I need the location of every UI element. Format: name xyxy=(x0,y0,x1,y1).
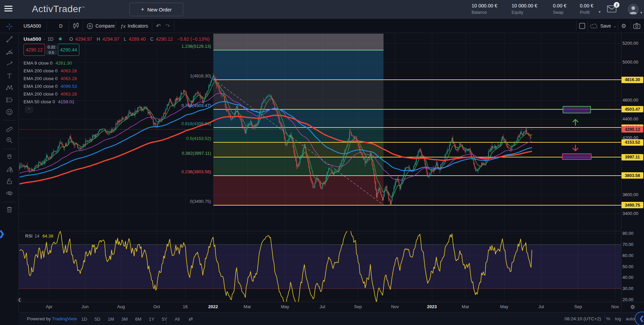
rsi-value: 64.38 xyxy=(42,233,53,239)
legend-interval: 1D xyxy=(47,36,53,42)
indicator-label: EMA 50 close 0 xyxy=(24,99,55,104)
spread-bottom-value: 0.5 xyxy=(46,50,57,55)
chart-footer: Powered by TradingView 1D5D1M3M6M1Y5YAll… xyxy=(19,312,644,325)
indicator-label: EMA 200 close 0 xyxy=(24,92,57,97)
time-axis-label: Jun xyxy=(75,304,95,309)
price-axis-label: 3400.00 xyxy=(622,211,643,216)
rsi-axis-label: 30.00 xyxy=(622,286,643,291)
collapse-indicators-button[interactable]: ⌃ xyxy=(25,107,33,113)
time-axis-border xyxy=(19,302,644,302)
ohlc-low-value: 4289.40 xyxy=(129,36,146,42)
buy-ask-button[interactable]: 4290.44 xyxy=(58,44,79,56)
spread-indicator: 0.32 0.5 xyxy=(46,45,57,55)
time-axis-label: 16 xyxy=(175,304,195,309)
rsi-axis-label: 80.00 xyxy=(622,231,643,236)
indicator-row[interactable]: EMA 200 close 04063.28 xyxy=(24,90,77,98)
scale-options: % log auto xyxy=(606,316,635,321)
chart-legend: Usa500 · 1D O4294.97 H4294.97 L4289.40 C… xyxy=(24,36,210,42)
spread-top-value: 0.32 xyxy=(46,45,57,49)
indicator-value: 4099.53 xyxy=(61,84,77,89)
rsi-period: 14 xyxy=(35,233,39,239)
legend-symbol[interactable]: Usa500 xyxy=(24,36,41,42)
price-alert-badge[interactable]: 4816.30 xyxy=(621,77,643,83)
clock-timezone[interactable]: 08:24:10 (UTC+2) xyxy=(565,316,601,321)
range-button-1y[interactable]: 1Y xyxy=(147,316,157,323)
percent-scale-button[interactable]: % xyxy=(606,316,610,321)
widget-panel-toggle-button[interactable]: ❮ xyxy=(635,312,644,325)
indicator-value: 4063.28 xyxy=(61,92,77,97)
market-status-dot-icon xyxy=(58,37,62,41)
indicator-value: 4063.28 xyxy=(61,68,77,73)
sell-arrow-icon[interactable] xyxy=(571,144,580,152)
rsi-pane-canvas[interactable] xyxy=(19,231,621,302)
indicator-row[interactable]: EMA 100 close 04099.53 xyxy=(24,82,77,90)
range-button-all[interactable]: All xyxy=(173,316,182,323)
ohlc-close-key: C xyxy=(150,36,154,42)
indicator-label: EMA 200 close 0 xyxy=(24,68,57,73)
indicator-row[interactable]: EMA 200 close 04063.28 xyxy=(24,67,77,75)
current-price-badge: 4290.12 xyxy=(621,126,643,133)
range-button-6m[interactable]: 6M xyxy=(133,316,144,323)
price-pane-canvas[interactable] xyxy=(19,33,621,231)
scroll-left-chevron-icon[interactable]: ❮ xyxy=(17,297,22,302)
time-axis-label: Nov xyxy=(605,304,625,309)
indicator-row[interactable]: EMA 9 close 04261.30 xyxy=(24,59,77,67)
price-axis-label: 5200.00 xyxy=(622,41,643,46)
ohlc-open-key: O xyxy=(69,36,73,42)
time-axis-label: 2022 xyxy=(203,304,223,309)
activtrader-app: ActivTrader™ +New Order 10 000.00 €Balan… xyxy=(0,0,644,325)
change-value: −5.62 (−0.13%) xyxy=(177,36,210,42)
price-axis-border xyxy=(621,33,621,312)
indicator-label: EMA 100 close 0 xyxy=(24,84,57,89)
legend-separator: · xyxy=(44,36,45,42)
range-button-5d[interactable]: 5D xyxy=(92,316,102,323)
pane-separator[interactable] xyxy=(19,231,621,231)
time-axis-label: Nov xyxy=(385,304,405,309)
rsi-indicator-label[interactable]: RSI1464.38 xyxy=(25,233,53,239)
indicator-row[interactable]: EMA 50 close 04159.01 xyxy=(24,98,77,106)
rsi-axis-label: 20.00 xyxy=(622,297,643,302)
time-axis-label: Mar xyxy=(455,304,476,309)
price-alert-badge[interactable]: 3490.75 xyxy=(621,202,643,208)
range-button-3m[interactable]: 3M xyxy=(119,316,130,323)
ohlc-low-key: L xyxy=(124,36,126,42)
auto-scale-button[interactable]: auto xyxy=(626,316,635,321)
price-alert-badge[interactable]: 3997.11 xyxy=(621,154,643,160)
buy-arrow-icon[interactable] xyxy=(571,118,580,127)
time-axis-label: 2023 xyxy=(422,304,442,309)
log-scale-button[interactable]: log xyxy=(615,316,621,321)
indicator-value: 4063.28 xyxy=(61,76,77,81)
go-to-date-icon[interactable]: ⇄ xyxy=(189,316,193,322)
range-button-1m[interactable]: 1M xyxy=(106,316,116,323)
time-axis-label: Sep xyxy=(568,304,588,309)
indicator-legend-rows: EMA 9 close 04261.30EMA 200 close 04063.… xyxy=(24,59,77,106)
sell-bid-button[interactable]: 4290.12 xyxy=(24,44,45,56)
tradingview-link[interactable]: TradingView xyxy=(52,316,77,321)
rsi-axis-label: 60.00 xyxy=(622,253,643,258)
time-axis-label: May xyxy=(275,304,295,309)
ohlc-open-value: 4294.97 xyxy=(75,36,92,42)
price-alert-badge[interactable]: 4503.47 xyxy=(621,106,643,112)
time-axis-label: Aug xyxy=(111,304,131,309)
indicator-value: 4159.01 xyxy=(58,99,75,104)
indicator-value: 4261.30 xyxy=(55,61,72,66)
range-button-1d[interactable]: 1D xyxy=(79,316,89,323)
ohlc-close-value: 4290.12 xyxy=(156,36,173,42)
price-alert-badge[interactable]: 4153.52 xyxy=(621,139,643,146)
price-axis-label: 3600.00 xyxy=(622,192,643,197)
ohlc-high-key: H xyxy=(97,36,100,42)
rsi-axis-label: 50.00 xyxy=(622,264,643,269)
price-axis-label: 4400.00 xyxy=(622,116,643,121)
time-axis-settings-gear-icon[interactable]: ⚙ xyxy=(630,304,635,310)
indicator-label: EMA 200 close 0 xyxy=(24,76,57,81)
indicator-row[interactable]: EMA 200 close 04063.28 xyxy=(24,75,77,82)
time-axis-label: Apr xyxy=(39,304,59,309)
time-axis-label: Jul xyxy=(531,304,551,309)
time-axis-label: Mar xyxy=(237,304,257,309)
powered-by: Powered by TradingView xyxy=(27,316,77,321)
time-axis-label: Sep xyxy=(348,304,368,309)
price-alert-badge[interactable]: 3803.58 xyxy=(621,172,643,179)
time-axis-label: Jul xyxy=(312,304,332,309)
range-button-5y[interactable]: 5Y xyxy=(160,316,169,323)
price-axis-label: 5000.00 xyxy=(622,60,643,65)
